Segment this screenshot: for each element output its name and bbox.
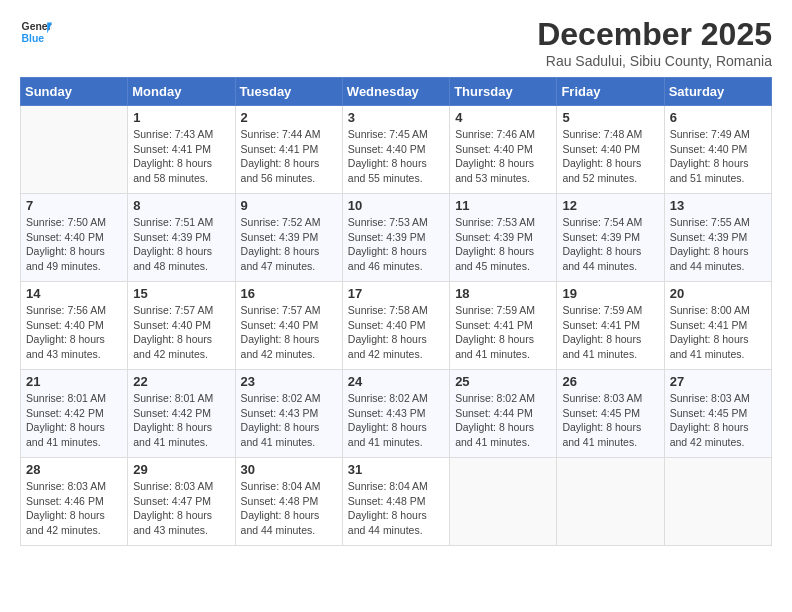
- day-number: 27: [670, 374, 766, 389]
- weekday-header: Friday: [557, 78, 664, 106]
- calendar-week-row: 14Sunrise: 7:56 AMSunset: 4:40 PMDayligh…: [21, 282, 772, 370]
- day-info: Sunrise: 8:01 AMSunset: 4:42 PMDaylight:…: [26, 391, 122, 450]
- title-block: December 2025 Rau Sadului, Sibiu County,…: [537, 16, 772, 69]
- calendar-cell: 3Sunrise: 7:45 AMSunset: 4:40 PMDaylight…: [342, 106, 449, 194]
- calendar-cell: 9Sunrise: 7:52 AMSunset: 4:39 PMDaylight…: [235, 194, 342, 282]
- day-info: Sunrise: 8:00 AMSunset: 4:41 PMDaylight:…: [670, 303, 766, 362]
- day-info: Sunrise: 8:03 AMSunset: 4:45 PMDaylight:…: [562, 391, 658, 450]
- page-header: General Blue December 2025 Rau Sadului, …: [20, 16, 772, 69]
- day-number: 1: [133, 110, 229, 125]
- day-number: 18: [455, 286, 551, 301]
- day-number: 12: [562, 198, 658, 213]
- day-info: Sunrise: 8:03 AMSunset: 4:47 PMDaylight:…: [133, 479, 229, 538]
- day-number: 9: [241, 198, 337, 213]
- weekday-header: Wednesday: [342, 78, 449, 106]
- day-number: 14: [26, 286, 122, 301]
- logo-icon: General Blue: [20, 16, 52, 48]
- day-number: 28: [26, 462, 122, 477]
- calendar-cell: 31Sunrise: 8:04 AMSunset: 4:48 PMDayligh…: [342, 458, 449, 546]
- calendar-cell: 30Sunrise: 8:04 AMSunset: 4:48 PMDayligh…: [235, 458, 342, 546]
- calendar-cell: 19Sunrise: 7:59 AMSunset: 4:41 PMDayligh…: [557, 282, 664, 370]
- day-number: 6: [670, 110, 766, 125]
- day-number: 15: [133, 286, 229, 301]
- day-number: 26: [562, 374, 658, 389]
- calendar-week-row: 7Sunrise: 7:50 AMSunset: 4:40 PMDaylight…: [21, 194, 772, 282]
- weekday-header: Thursday: [450, 78, 557, 106]
- day-number: 11: [455, 198, 551, 213]
- day-number: 7: [26, 198, 122, 213]
- day-number: 31: [348, 462, 444, 477]
- day-info: Sunrise: 8:02 AMSunset: 4:43 PMDaylight:…: [348, 391, 444, 450]
- day-number: 21: [26, 374, 122, 389]
- calendar-cell: 17Sunrise: 7:58 AMSunset: 4:40 PMDayligh…: [342, 282, 449, 370]
- weekday-header-row: SundayMondayTuesdayWednesdayThursdayFrid…: [21, 78, 772, 106]
- day-info: Sunrise: 7:58 AMSunset: 4:40 PMDaylight:…: [348, 303, 444, 362]
- day-number: 22: [133, 374, 229, 389]
- day-info: Sunrise: 8:04 AMSunset: 4:48 PMDaylight:…: [241, 479, 337, 538]
- day-info: Sunrise: 7:44 AMSunset: 4:41 PMDaylight:…: [241, 127, 337, 186]
- day-number: 24: [348, 374, 444, 389]
- day-info: Sunrise: 7:59 AMSunset: 4:41 PMDaylight:…: [455, 303, 551, 362]
- calendar-cell: 24Sunrise: 8:02 AMSunset: 4:43 PMDayligh…: [342, 370, 449, 458]
- calendar-cell: 28Sunrise: 8:03 AMSunset: 4:46 PMDayligh…: [21, 458, 128, 546]
- day-info: Sunrise: 7:56 AMSunset: 4:40 PMDaylight:…: [26, 303, 122, 362]
- day-number: 30: [241, 462, 337, 477]
- day-info: Sunrise: 7:57 AMSunset: 4:40 PMDaylight:…: [133, 303, 229, 362]
- calendar-cell: 20Sunrise: 8:00 AMSunset: 4:41 PMDayligh…: [664, 282, 771, 370]
- day-number: 13: [670, 198, 766, 213]
- day-info: Sunrise: 8:02 AMSunset: 4:43 PMDaylight:…: [241, 391, 337, 450]
- month-title: December 2025: [537, 16, 772, 53]
- calendar-cell: 18Sunrise: 7:59 AMSunset: 4:41 PMDayligh…: [450, 282, 557, 370]
- day-info: Sunrise: 7:46 AMSunset: 4:40 PMDaylight:…: [455, 127, 551, 186]
- day-number: 20: [670, 286, 766, 301]
- weekday-header: Monday: [128, 78, 235, 106]
- calendar-cell: 12Sunrise: 7:54 AMSunset: 4:39 PMDayligh…: [557, 194, 664, 282]
- calendar-cell: [664, 458, 771, 546]
- day-info: Sunrise: 7:53 AMSunset: 4:39 PMDaylight:…: [348, 215, 444, 274]
- calendar-cell: [21, 106, 128, 194]
- calendar-cell: 23Sunrise: 8:02 AMSunset: 4:43 PMDayligh…: [235, 370, 342, 458]
- day-info: Sunrise: 8:03 AMSunset: 4:45 PMDaylight:…: [670, 391, 766, 450]
- day-number: 5: [562, 110, 658, 125]
- calendar-cell: 14Sunrise: 7:56 AMSunset: 4:40 PMDayligh…: [21, 282, 128, 370]
- calendar-cell: 13Sunrise: 7:55 AMSunset: 4:39 PMDayligh…: [664, 194, 771, 282]
- day-number: 8: [133, 198, 229, 213]
- weekday-header: Sunday: [21, 78, 128, 106]
- day-number: 16: [241, 286, 337, 301]
- day-info: Sunrise: 7:45 AMSunset: 4:40 PMDaylight:…: [348, 127, 444, 186]
- day-info: Sunrise: 7:48 AMSunset: 4:40 PMDaylight:…: [562, 127, 658, 186]
- calendar-cell: 1Sunrise: 7:43 AMSunset: 4:41 PMDaylight…: [128, 106, 235, 194]
- day-number: 23: [241, 374, 337, 389]
- calendar-table: SundayMondayTuesdayWednesdayThursdayFrid…: [20, 77, 772, 546]
- calendar-cell: [450, 458, 557, 546]
- day-info: Sunrise: 7:55 AMSunset: 4:39 PMDaylight:…: [670, 215, 766, 274]
- day-info: Sunrise: 7:53 AMSunset: 4:39 PMDaylight:…: [455, 215, 551, 274]
- day-info: Sunrise: 8:02 AMSunset: 4:44 PMDaylight:…: [455, 391, 551, 450]
- calendar-cell: 16Sunrise: 7:57 AMSunset: 4:40 PMDayligh…: [235, 282, 342, 370]
- weekday-header: Tuesday: [235, 78, 342, 106]
- day-number: 29: [133, 462, 229, 477]
- calendar-cell: 4Sunrise: 7:46 AMSunset: 4:40 PMDaylight…: [450, 106, 557, 194]
- calendar-cell: 26Sunrise: 8:03 AMSunset: 4:45 PMDayligh…: [557, 370, 664, 458]
- day-info: Sunrise: 7:43 AMSunset: 4:41 PMDaylight:…: [133, 127, 229, 186]
- weekday-header: Saturday: [664, 78, 771, 106]
- calendar-cell: 5Sunrise: 7:48 AMSunset: 4:40 PMDaylight…: [557, 106, 664, 194]
- calendar-cell: 11Sunrise: 7:53 AMSunset: 4:39 PMDayligh…: [450, 194, 557, 282]
- day-number: 17: [348, 286, 444, 301]
- calendar-cell: 10Sunrise: 7:53 AMSunset: 4:39 PMDayligh…: [342, 194, 449, 282]
- calendar-cell: 2Sunrise: 7:44 AMSunset: 4:41 PMDaylight…: [235, 106, 342, 194]
- calendar-cell: 8Sunrise: 7:51 AMSunset: 4:39 PMDaylight…: [128, 194, 235, 282]
- logo: General Blue: [20, 16, 52, 48]
- day-info: Sunrise: 8:01 AMSunset: 4:42 PMDaylight:…: [133, 391, 229, 450]
- day-number: 19: [562, 286, 658, 301]
- calendar-week-row: 21Sunrise: 8:01 AMSunset: 4:42 PMDayligh…: [21, 370, 772, 458]
- day-number: 10: [348, 198, 444, 213]
- calendar-cell: 22Sunrise: 8:01 AMSunset: 4:42 PMDayligh…: [128, 370, 235, 458]
- day-info: Sunrise: 7:59 AMSunset: 4:41 PMDaylight:…: [562, 303, 658, 362]
- day-info: Sunrise: 7:50 AMSunset: 4:40 PMDaylight:…: [26, 215, 122, 274]
- day-info: Sunrise: 8:04 AMSunset: 4:48 PMDaylight:…: [348, 479, 444, 538]
- day-number: 3: [348, 110, 444, 125]
- day-info: Sunrise: 7:51 AMSunset: 4:39 PMDaylight:…: [133, 215, 229, 274]
- calendar-cell: 7Sunrise: 7:50 AMSunset: 4:40 PMDaylight…: [21, 194, 128, 282]
- calendar-cell: [557, 458, 664, 546]
